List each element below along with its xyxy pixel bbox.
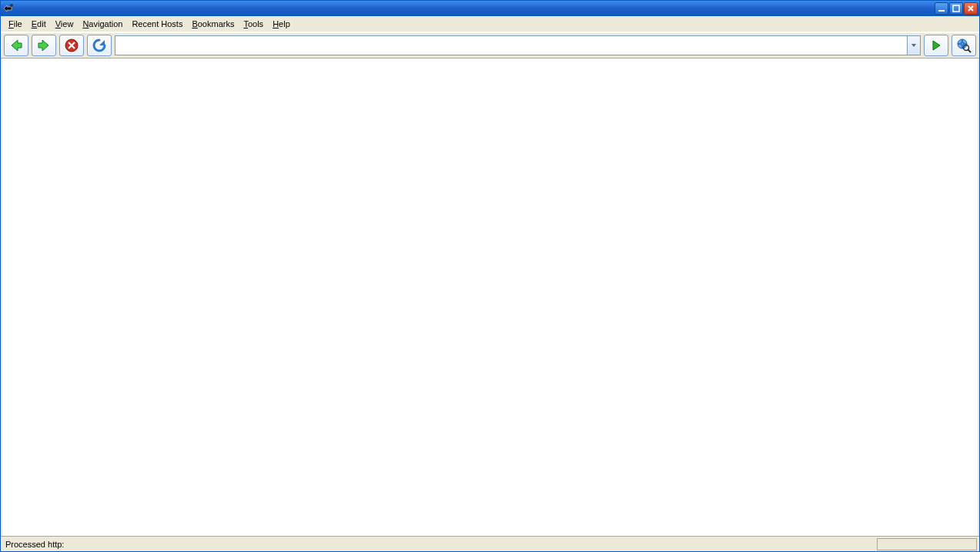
status-progress-well bbox=[877, 538, 977, 550]
titlebar[interactable] bbox=[1, 1, 979, 16]
stop-button[interactable] bbox=[59, 35, 84, 56]
search-web-button[interactable] bbox=[952, 35, 976, 56]
menu-edit[interactable]: Edit bbox=[27, 18, 51, 30]
window-controls bbox=[935, 2, 978, 15]
app-window: File Edit View Navigation Recent Hosts B… bbox=[0, 0, 980, 552]
content-area bbox=[1, 59, 979, 536]
menubar: File Edit View Navigation Recent Hosts B… bbox=[1, 16, 979, 32]
statusbar: Processed http: bbox=[1, 536, 979, 551]
address-bar bbox=[115, 35, 921, 55]
svg-point-4 bbox=[958, 39, 967, 49]
go-button[interactable] bbox=[924, 35, 948, 56]
menu-recent-hosts[interactable]: Recent Hosts bbox=[127, 18, 187, 30]
minimize-button[interactable] bbox=[935, 2, 948, 15]
address-input[interactable] bbox=[115, 35, 907, 55]
menu-view[interactable]: View bbox=[51, 18, 79, 30]
maximize-button[interactable] bbox=[949, 2, 963, 15]
toolbar bbox=[1, 32, 979, 59]
menu-tools[interactable]: Tools bbox=[239, 18, 268, 30]
back-button[interactable] bbox=[4, 35, 28, 56]
svg-rect-1 bbox=[938, 10, 945, 12]
reload-button[interactable] bbox=[87, 35, 112, 56]
close-button[interactable] bbox=[964, 2, 978, 15]
svg-point-0 bbox=[10, 4, 13, 7]
svg-rect-2 bbox=[953, 5, 959, 12]
menu-file[interactable]: File bbox=[4, 18, 27, 30]
status-text: Processed http: bbox=[1, 540, 877, 549]
menu-help[interactable]: Help bbox=[268, 18, 295, 30]
menu-navigation[interactable]: Navigation bbox=[78, 18, 127, 30]
chevron-down-icon bbox=[911, 42, 917, 49]
app-icon bbox=[2, 2, 15, 15]
address-dropdown-button[interactable] bbox=[907, 35, 921, 55]
forward-button[interactable] bbox=[32, 35, 56, 56]
menu-bookmarks[interactable]: Bookmarks bbox=[187, 18, 239, 30]
